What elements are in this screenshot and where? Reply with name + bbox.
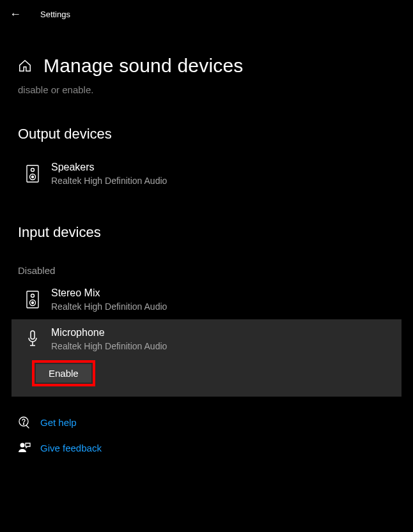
help-icon xyxy=(18,416,31,429)
microphone-icon xyxy=(26,330,40,349)
description-truncated: disable or enable. xyxy=(0,83,413,95)
device-subtitle: Realtek High Definition Audio xyxy=(51,341,167,351)
svg-point-12 xyxy=(23,423,24,424)
speaker-icon xyxy=(26,164,40,183)
output-devices-heading: Output devices xyxy=(0,95,413,154)
enable-button[interactable]: Enable xyxy=(36,364,91,383)
device-name: Stereo Mix xyxy=(51,287,167,299)
give-feedback-link[interactable]: Give feedback xyxy=(18,441,395,454)
device-subtitle: Realtek High Definition Audio xyxy=(51,301,167,312)
device-item-stereo-mix[interactable]: Stereo Mix Realtek High Definition Audio xyxy=(0,280,413,319)
svg-point-7 xyxy=(32,302,34,304)
link-label: Get help xyxy=(40,417,77,428)
page-title: Manage sound devices xyxy=(43,55,244,77)
svg-point-5 xyxy=(31,294,35,298)
device-name: Speakers xyxy=(51,162,167,173)
home-icon[interactable] xyxy=(18,59,32,73)
enable-button-highlight: Enable xyxy=(32,360,95,386)
speaker-icon xyxy=(26,290,40,309)
disabled-label: Disabled xyxy=(0,252,413,280)
device-subtitle: Realtek High Definition Audio xyxy=(51,176,167,186)
device-name: Microphone xyxy=(51,327,167,338)
svg-point-13 xyxy=(20,443,25,448)
device-item-microphone[interactable]: Microphone Realtek High Definition Audio… xyxy=(12,319,401,397)
feedback-icon xyxy=(18,441,31,454)
link-label: Give feedback xyxy=(40,443,102,453)
back-button[interactable]: ← xyxy=(10,8,21,21)
svg-point-3 xyxy=(32,176,34,178)
svg-rect-8 xyxy=(31,331,35,339)
device-item-speakers[interactable]: Speakers Realtek High Definition Audio xyxy=(0,154,413,194)
input-devices-heading: Input devices xyxy=(0,194,413,252)
svg-point-1 xyxy=(31,169,35,172)
window-title: Settings xyxy=(40,10,70,19)
get-help-link[interactable]: Get help xyxy=(18,416,395,429)
